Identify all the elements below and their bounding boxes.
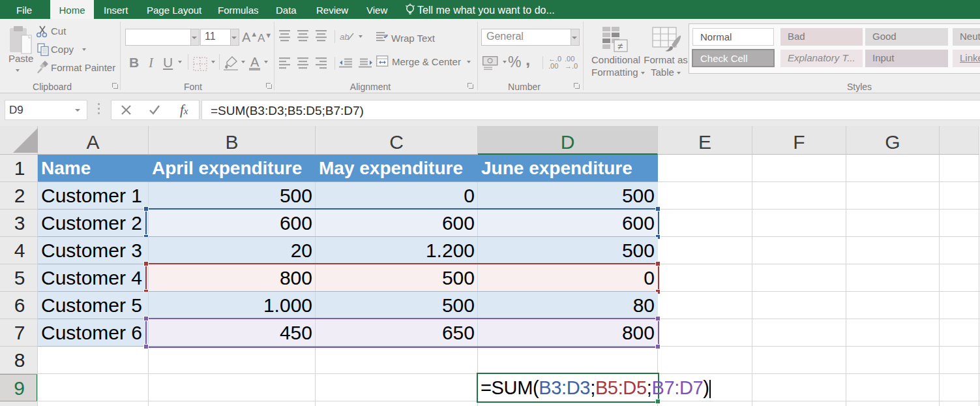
svg-text:ab: ab [340,32,349,42]
svg-text:≠: ≠ [617,40,623,52]
